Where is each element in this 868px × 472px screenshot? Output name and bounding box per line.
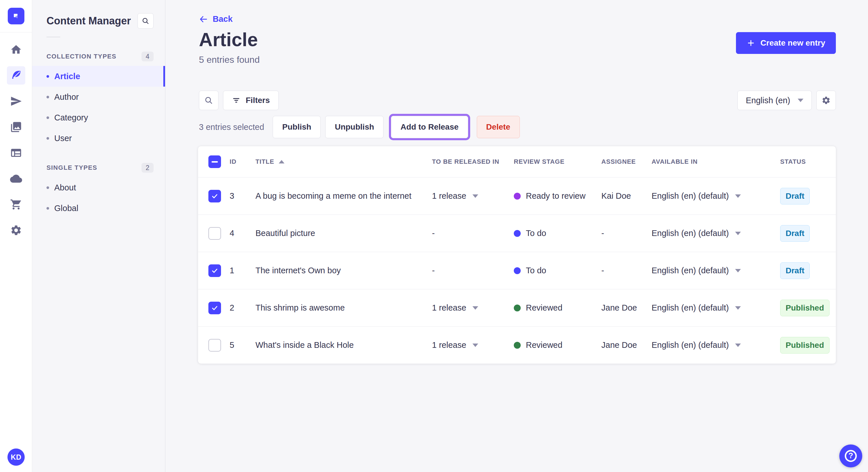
row-assignee: - [601, 229, 652, 238]
row-checkbox[interactable] [208, 302, 221, 314]
row-title: What's inside a Black Hole [255, 340, 432, 350]
view-settings-button[interactable] [816, 91, 836, 110]
col-header-available-in[interactable]: AVAILABLE IN [652, 158, 780, 165]
strapi-logo-icon[interactable] [8, 8, 24, 24]
divider [46, 37, 60, 37]
filter-icon [232, 96, 241, 105]
table-row[interactable]: 2 This shrimp is awesome 1 release Revie… [198, 289, 836, 326]
sort-ascending-icon[interactable] [279, 160, 284, 164]
stage-label: To do [526, 229, 546, 238]
sidebar-item-label: Article [54, 72, 80, 81]
list-toolbar: Filters English (en) [199, 91, 836, 110]
main-nav-rail: KD [0, 0, 32, 472]
plus-icon [747, 39, 755, 47]
locale-cell[interactable]: English (en) (default) [652, 340, 780, 350]
search-button[interactable] [137, 13, 154, 29]
release-cell[interactable]: 1 release [432, 303, 514, 312]
locale-cell[interactable]: English (en) (default) [652, 303, 780, 312]
stage-label: Reviewed [526, 303, 562, 312]
user-avatar[interactable]: KD [7, 448, 25, 466]
stage-dot [514, 267, 521, 274]
stage-dot [514, 193, 521, 200]
section-count-badge: 2 [142, 163, 154, 173]
table-row[interactable]: 5 What's inside a Black Hole 1 release R… [198, 326, 836, 364]
chevron-down-icon [735, 194, 741, 198]
unpublish-button[interactable]: Unpublish [325, 116, 383, 138]
col-header-released[interactable]: TO BE RELEASED IN [432, 158, 514, 165]
stage-dot [514, 342, 521, 349]
row-id: 3 [229, 191, 255, 201]
home-icon[interactable] [7, 40, 25, 59]
add-to-release-button[interactable]: Add to Release [391, 116, 468, 138]
sidebar-item-user[interactable]: User [32, 128, 165, 148]
bullet-icon [46, 116, 49, 119]
col-header-assignee[interactable]: ASSIGNEE [601, 158, 652, 165]
chevron-down-icon [735, 343, 741, 347]
sidebar-item-article[interactable]: Article [32, 66, 165, 87]
create-new-entry-button[interactable]: Create new entry [736, 32, 836, 54]
sidebar-item-about[interactable]: About [32, 177, 165, 198]
row-id: 1 [229, 266, 255, 275]
publish-button[interactable]: Publish [273, 116, 321, 138]
settings-gear-icon[interactable] [7, 221, 25, 239]
layout-icon[interactable] [7, 144, 25, 162]
stage-label: Reviewed [526, 340, 562, 350]
plane-icon[interactable] [7, 92, 25, 110]
bullet-icon [46, 187, 49, 189]
chevron-down-icon [735, 306, 741, 310]
content-manager-icon[interactable] [7, 66, 25, 85]
release-cell: - [432, 266, 514, 275]
locale-cell[interactable]: English (en) (default) [652, 191, 780, 201]
gear-icon [822, 96, 831, 105]
table-row[interactable]: 4 Beautiful picture - To do - English (e… [198, 214, 836, 252]
locale-cell[interactable]: English (en) (default) [652, 266, 780, 275]
sidebar-item-author[interactable]: Author [32, 87, 165, 107]
sidebar-item-label: Author [54, 92, 79, 102]
row-checkbox[interactable] [208, 227, 221, 240]
cloud-icon[interactable] [7, 169, 25, 188]
col-header-review-stage[interactable]: REVIEW STAGE [514, 158, 601, 165]
select-all-checkbox[interactable] [208, 156, 221, 168]
sidebar-item-global[interactable]: Global [32, 198, 165, 218]
row-id: 4 [229, 229, 255, 238]
col-header-id[interactable]: ID [229, 158, 255, 165]
content-manager-subnav: Content Manager COLLECTION TYPES 4 Artic… [32, 0, 165, 472]
row-id: 5 [229, 340, 255, 350]
locale-cell[interactable]: English (en) (default) [652, 229, 780, 238]
arrow-left-icon [199, 14, 208, 24]
bullet-icon [46, 207, 49, 210]
row-checkbox[interactable] [208, 339, 221, 351]
row-checkbox[interactable] [208, 190, 221, 202]
row-checkbox[interactable] [208, 264, 221, 277]
search-icon [204, 96, 213, 105]
entries-table: ID TITLE TO BE RELEASED IN REVIEW STAGE … [198, 146, 836, 364]
release-cell[interactable]: 1 release [432, 340, 514, 350]
subnav-title: Content Manager [46, 15, 131, 27]
bullet-icon [46, 137, 49, 140]
section-count-badge: 4 [142, 52, 154, 61]
locale-select[interactable]: English (en) [737, 91, 812, 110]
media-library-icon[interactable] [7, 118, 25, 136]
sidebar-item-category[interactable]: Category [32, 107, 165, 128]
selection-bar: 3 entries selected Publish Unpublish Add… [199, 115, 836, 139]
entries-count: 5 entries found [199, 55, 260, 65]
filters-button[interactable]: Filters [223, 91, 279, 110]
help-button[interactable]: ? [839, 444, 862, 467]
col-header-title[interactable]: TITLE [255, 158, 274, 165]
marketplace-cart-icon[interactable] [7, 195, 25, 214]
search-button[interactable] [199, 91, 218, 110]
delete-button[interactable]: Delete [477, 116, 520, 138]
selection-count: 3 entries selected [199, 123, 264, 132]
table-row[interactable]: 1 The internet's Own boy - To do - Engli… [198, 252, 836, 289]
back-link[interactable]: Back [199, 14, 232, 24]
table-row[interactable]: 3 A bug is becoming a meme on the intern… [198, 177, 836, 214]
search-icon [142, 17, 150, 25]
status-badge: Draft [780, 225, 810, 242]
sidebar-item-label: Category [54, 113, 88, 123]
release-cell[interactable]: 1 release [432, 191, 514, 201]
status-badge: Published [780, 337, 830, 353]
release-cell: - [432, 229, 514, 238]
collection-types-section: COLLECTION TYPES 4 Article Author Catego… [32, 52, 165, 148]
col-header-status[interactable]: STATUS [780, 158, 836, 165]
main-content: Back Article 5 entries found Create new … [165, 0, 868, 472]
